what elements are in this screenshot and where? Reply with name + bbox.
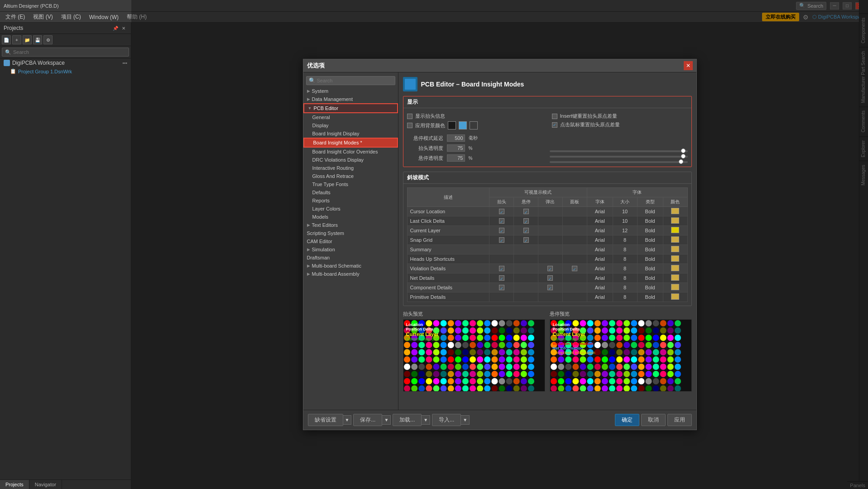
- cell-head[interactable]: [489, 264, 514, 273]
- cell-hover[interactable]: [514, 216, 538, 226]
- settings-btn[interactable]: ⚙: [43, 35, 53, 44]
- cell-panel[interactable]: [562, 216, 587, 226]
- cell-popup[interactable]: [538, 254, 562, 264]
- cell-color[interactable]: [663, 283, 687, 292]
- panel-close-icon[interactable]: ✕: [120, 24, 127, 32]
- cell-panel[interactable]: [562, 283, 587, 292]
- cancel-button[interactable]: 取消: [641, 414, 666, 426]
- import-arrow-button[interactable]: ▼: [461, 415, 470, 425]
- cell-head[interactable]: [489, 245, 514, 254]
- tree-item-system[interactable]: ▶ System: [303, 87, 398, 95]
- tree-item-drc-violations[interactable]: DRC Violations Display: [303, 156, 398, 164]
- tree-item-interactive-routing[interactable]: Interactive Routing: [303, 164, 398, 172]
- tree-item-display[interactable]: Display: [303, 121, 398, 129]
- cb-apply-bg[interactable]: [407, 123, 412, 128]
- hover-opacity-input[interactable]: [447, 154, 465, 162]
- color-swatch-1[interactable]: [448, 121, 456, 129]
- default-arrow-button[interactable]: ▼: [343, 415, 352, 425]
- tree-item-cam-editor[interactable]: CAM Editor: [303, 237, 398, 245]
- projects-search-input[interactable]: [13, 49, 126, 55]
- cell-hover[interactable]: [514, 235, 538, 245]
- cb-cell[interactable]: [523, 218, 529, 224]
- tree-item-simulation[interactable]: ▶ Simulation: [303, 245, 398, 254]
- tree-search-box[interactable]: 🔍: [306, 76, 395, 85]
- cell-popup[interactable]: [538, 292, 562, 302]
- menu-view[interactable]: 视图 (V): [29, 12, 56, 22]
- tree-item-color-overrides[interactable]: Board Insight Color Overrides: [303, 148, 398, 156]
- cell-color[interactable]: [663, 226, 687, 235]
- cell-popup[interactable]: [538, 235, 562, 245]
- cb-cell[interactable]: [499, 228, 504, 233]
- cb-cell[interactable]: [572, 266, 577, 271]
- cell-head[interactable]: [489, 292, 514, 302]
- cell-color[interactable]: [663, 216, 687, 226]
- tree-item-multiboard-schematic[interactable]: ▶ Multi-board Schematic: [303, 262, 398, 270]
- cell-hover[interactable]: [514, 226, 538, 235]
- cell-panel[interactable]: [562, 226, 587, 235]
- apply-button[interactable]: 应用: [667, 414, 692, 426]
- cell-panel[interactable]: [562, 292, 587, 302]
- cell-popup[interactable]: [538, 216, 562, 226]
- cb-cell[interactable]: [499, 209, 504, 214]
- tree-item-truetype-fonts[interactable]: True Type Fonts: [303, 180, 398, 188]
- tree-item-defaults[interactable]: Defaults: [303, 188, 398, 197]
- load-button[interactable]: 加载...: [393, 414, 422, 426]
- projects-search-box[interactable]: 🔍: [2, 48, 129, 57]
- ok-button[interactable]: 确定: [615, 414, 639, 426]
- load-arrow-button[interactable]: ▼: [422, 415, 430, 425]
- save-button[interactable]: 保存...: [353, 414, 382, 426]
- cell-hover[interactable]: [514, 207, 538, 216]
- dialog-close-button[interactable]: ✕: [684, 61, 693, 70]
- default-button[interactable]: 缺省设置: [308, 414, 343, 426]
- cell-head[interactable]: [489, 216, 514, 226]
- tab-navigator[interactable]: Navigator: [29, 480, 62, 489]
- cell-head[interactable]: [489, 226, 514, 235]
- cell-color[interactable]: [663, 292, 687, 302]
- cb-cell[interactable]: [547, 275, 553, 281]
- cell-popup[interactable]: [538, 226, 562, 235]
- cb-cell[interactable]: [547, 266, 553, 271]
- cb-cell[interactable]: [499, 237, 504, 243]
- add-file-btn[interactable]: +: [12, 35, 21, 44]
- cell-popup[interactable]: [538, 264, 562, 273]
- cell-color[interactable]: [663, 235, 687, 245]
- save-btn[interactable]: 💾: [33, 35, 42, 44]
- cell-head[interactable]: [489, 273, 514, 283]
- cell-color[interactable]: [663, 245, 687, 254]
- cb-click-reset[interactable]: [552, 122, 557, 128]
- cell-panel[interactable]: [562, 264, 587, 273]
- pin-icon[interactable]: 📌: [112, 24, 119, 32]
- new-project-btn[interactable]: 📄: [2, 35, 11, 44]
- popup-delay-input[interactable]: [447, 134, 465, 142]
- tree-item-layer-colors[interactable]: Layer Colors: [303, 205, 398, 213]
- cell-hover[interactable]: [514, 245, 538, 254]
- cb-cell[interactable]: [523, 209, 529, 214]
- tree-search-input[interactable]: [317, 78, 393, 83]
- cell-popup[interactable]: [538, 207, 562, 216]
- more-icon[interactable]: •••: [122, 61, 127, 66]
- menu-window[interactable]: Window (W): [86, 13, 122, 21]
- cb-cell[interactable]: [499, 218, 504, 224]
- cell-head[interactable]: [489, 235, 514, 245]
- color-swatch-2[interactable]: [459, 121, 467, 129]
- cell-hover[interactable]: [514, 273, 538, 283]
- save-arrow-button[interactable]: ▼: [382, 415, 391, 425]
- cell-color[interactable]: [663, 273, 687, 283]
- tree-item-scripting[interactable]: Scripting System: [303, 229, 398, 237]
- cell-color[interactable]: [663, 254, 687, 264]
- cell-popup[interactable]: [538, 245, 562, 254]
- tree-item-board-insight-modes[interactable]: Board Insight Modes *: [303, 138, 398, 148]
- cb-cell[interactable]: [547, 285, 553, 290]
- tree-item-multiboard-assembly[interactable]: ▶ Multi-board Assembly: [303, 270, 398, 278]
- menu-project[interactable]: 项目 (C): [58, 12, 85, 22]
- tree-item-gloss-retrace[interactable]: Gloss And Retrace: [303, 172, 398, 180]
- project-item[interactable]: 📋 Project Group 1.DsnWrk: [0, 67, 131, 75]
- cell-panel[interactable]: [562, 207, 587, 216]
- cell-hover[interactable]: [514, 254, 538, 264]
- cell-head[interactable]: [489, 254, 514, 264]
- cb-cell[interactable]: [499, 285, 504, 290]
- cell-color[interactable]: [663, 207, 687, 216]
- cb-show-head[interactable]: [407, 114, 412, 119]
- cell-hover[interactable]: [514, 264, 538, 273]
- color-swatch-3[interactable]: [470, 121, 478, 129]
